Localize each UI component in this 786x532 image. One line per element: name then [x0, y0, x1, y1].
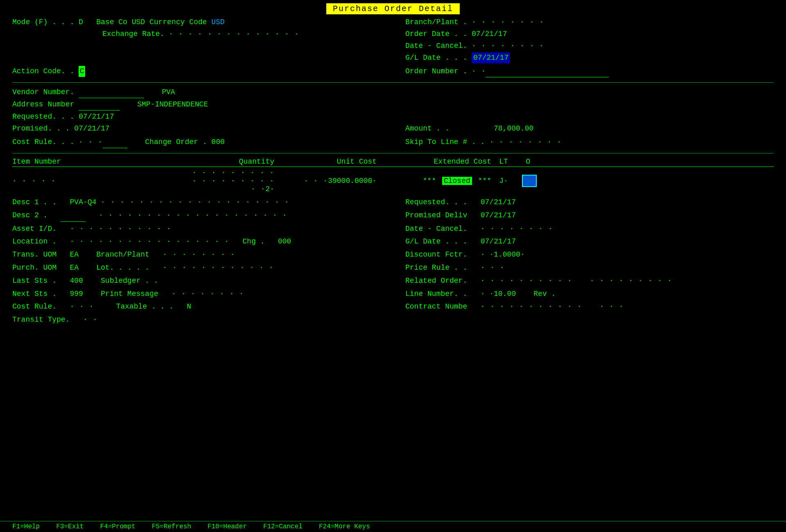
lt-cell: J· [491, 177, 516, 185]
o-indicator[interactable] [522, 175, 537, 187]
cost-rule-label: Cost Rule. . . [12, 137, 74, 148]
promised-value: 07/21/17 [74, 123, 109, 134]
location-left: Location . · · · · · · · · · · · · · · ·… [12, 236, 405, 248]
extended-cost-cell: *** Closed *** [377, 177, 491, 185]
subledger-label: Subledger . . [101, 277, 158, 285]
transit-type-left: Transit Type. · · [12, 314, 405, 326]
order-date-value: 07/21/17 [472, 29, 507, 40]
branch-plant-label: Branch/Plant . [405, 17, 467, 28]
action-order-row: Action Code. . C Order Number . · · [12, 66, 774, 78]
next-sts-right: Line Number. . · ·10.00 Rev . [405, 288, 774, 300]
branch-plant-dots: · · · · · · · · [472, 17, 544, 28]
discount-fctr-label: Discount Fctr. [405, 250, 467, 259]
date-cancel-detail-label: Date - Cancel. [405, 225, 467, 233]
cost-rule-skip-row: Cost Rule. . . · · · Change Order . 000 … [12, 137, 774, 149]
gl-date-label: G/L Date . . . [405, 52, 467, 63]
col-header-qty: Quantity [184, 158, 274, 166]
transit-type-label: Transit Type. [12, 316, 70, 324]
footer-f4[interactable]: F4=Prompt [100, 523, 135, 530]
date-cancel-row: Date - Cancel. · · · · · · · · [405, 41, 774, 52]
amount-value: 78,000.00 [494, 123, 533, 134]
requested-label: Requested. . . [12, 111, 74, 122]
desc1-left: Desc 1 . . PVA-Q4 · · · · · · · · · · · … [12, 196, 405, 208]
gl-date-value: 07/21/17 [472, 52, 510, 63]
skip-line-section: Skip To Line # . . · · · · · · · · [381, 137, 774, 149]
exchange-rate-dots: · · · · · · · · · · · · · · [169, 29, 299, 40]
unit-cost-cell: · · ·39000.0000· [274, 177, 377, 185]
last-sts-right: Related Order. · · · · · · · · · · · · ·… [405, 275, 774, 287]
promised-deliv-value: 07/21/17 [481, 211, 516, 219]
purch-uom-label: Purch. UOM [12, 264, 56, 272]
mode-label: Mode (F) . . . D [12, 17, 83, 28]
detail-section: Desc 1 . . PVA-Q4 · · · · · · · · · · · … [12, 196, 774, 326]
skip-line-row: Skip To Line # . . · · · · · · · · [405, 137, 774, 148]
desc1-right: Requested. . . 07/21/17 [405, 196, 774, 208]
price-rule-label: Price Rule . . [405, 264, 467, 272]
footer-f12[interactable]: F12=Cancel [263, 523, 303, 530]
cost-rule-row: Cost Rule. . . · · · Change Order . 000 [12, 137, 381, 148]
footer-f1[interactable]: F1=Help [12, 523, 40, 530]
footer-f10[interactable]: F10=Header [208, 523, 247, 530]
skip-to-line-label: Skip To Line # . . [405, 137, 485, 148]
action-code-label: Action Code. . [12, 66, 74, 77]
action-code-value[interactable]: C [79, 66, 85, 77]
footer-f3[interactable]: F3=Exit [56, 523, 84, 530]
promised-label: Promised. . . [12, 123, 70, 134]
desc2-right: Promised Deliv 07/21/17 [405, 210, 774, 222]
asset-id-row: Asset I/D. · · · · · · · · · · · Date - … [12, 223, 774, 235]
last-sts-value: 400 [70, 277, 83, 285]
action-code-section: Action Code. . C [12, 66, 381, 78]
contract-numbe-label: Contract Numbe [405, 302, 467, 311]
discount-fctr-value: · ·1.0000· [481, 250, 525, 259]
col-header-unit: Unit Cost [274, 158, 377, 166]
related-order-label: Related Order. [405, 277, 467, 285]
exchange-rate-row: Exchange Rate. · · · · · · · · · · · · ·… [12, 29, 381, 40]
gl-date-row: G/L Date . . . 07/21/17 [405, 52, 774, 63]
cost-rule-detail-label: Cost Rule. [12, 302, 56, 311]
order-number-label: Order Number . [405, 66, 467, 77]
desc2-field[interactable] [61, 210, 86, 222]
order-number-field[interactable] [486, 66, 609, 77]
asset-id-label: Asset I/D. [12, 225, 56, 233]
address-number-field[interactable] [79, 99, 120, 110]
purch-uom-right: Price Rule . . · · · [405, 262, 774, 274]
vendor-number-field[interactable] [79, 87, 144, 98]
purch-uom-value: EA [70, 264, 79, 272]
closed-badge: Closed [442, 177, 472, 185]
desc1-value: PVA-Q4 [70, 198, 96, 206]
currency-label: USD Currency Code [132, 17, 207, 28]
footer-f24[interactable]: F24=More Keys [319, 523, 370, 530]
amount-section: Amount . . 78,000.00 [381, 123, 774, 135]
date-cancel-label: Date - Cancel. [405, 41, 467, 52]
col-header-o: O [516, 158, 540, 166]
chg-label: Chg . [242, 237, 264, 246]
next-sts-label: Next Sts . [12, 290, 56, 298]
exchange-rate-label: Exchange Rate. [12, 29, 164, 40]
gl-date-detail-label: G/L Date . . . [405, 237, 467, 246]
requested-row: Requested. . . 07/21/17 [12, 111, 774, 122]
title-bar: Purchase Order Detail [12, 4, 774, 14]
taxable-value: N [187, 302, 191, 311]
next-sts-row: Next Sts . 999 Print Message · · · · · ·… [12, 288, 774, 300]
promised-row: Promised. . . 07/21/17 [12, 123, 381, 134]
footer-bar: F1=Help F3=Exit F4=Prompt F5=Refresh F10… [0, 521, 786, 532]
last-sts-label: Last Sts . [12, 277, 56, 285]
col-header-item: Item Number [12, 158, 184, 166]
amount-label: Amount . . [405, 123, 449, 134]
lot-label: Lot. . . . . [96, 264, 149, 272]
desc2-row: Desc 2 . · · · · · · · · · · · · · · · ·… [12, 210, 774, 222]
footer-f5[interactable]: F5=Refresh [152, 523, 191, 530]
next-sts-left: Next Sts . 999 Print Message · · · · · ·… [12, 288, 405, 300]
date-cancel-dots: · · · · · · · · [472, 41, 544, 52]
cost-rule-taxable-left: Cost Rule. · · · Taxable . . . N [12, 301, 405, 313]
qty-cell: · · · · · · · · · · · · · · · · · · · ·2… [184, 169, 274, 193]
cost-rule-field[interactable] [103, 137, 127, 148]
order-number-row: Order Number . · · [405, 66, 774, 77]
cost-rule-section: Cost Rule. . . · · · Change Order . 000 [12, 137, 381, 149]
requested-detail-value: 07/21/17 [481, 198, 516, 206]
trans-uom-row: Trans. UOM EA Branch/Plant · · · · · · ·… [12, 249, 774, 261]
branch-plant-detail-label: Branch/Plant [96, 250, 149, 259]
chg-value: 000 [278, 237, 291, 246]
column-headers: Item Number Quantity Unit Cost Extended … [12, 158, 774, 167]
purch-uom-row: Purch. UOM EA Lot. . . . . · · · · · · ·… [12, 262, 774, 274]
